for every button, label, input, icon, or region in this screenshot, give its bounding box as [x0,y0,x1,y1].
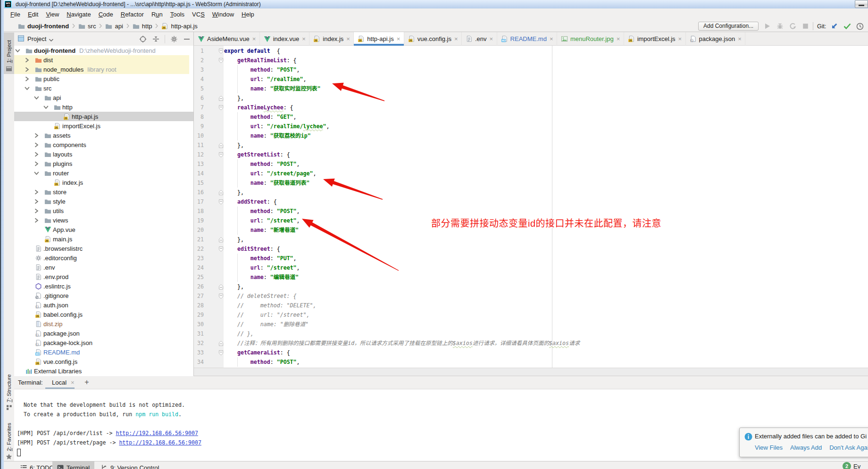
event-log-widget[interactable]: 2 Ev [843,462,860,469]
settings-gear-icon[interactable] [170,35,178,43]
tree-item-importexcel-js[interactable]: JSimportExcel.js [14,121,193,131]
fold-marker-open-icon[interactable] [218,103,224,112]
menu-code[interactable]: Code [95,8,117,21]
close-icon[interactable]: × [397,36,401,42]
stop-button[interactable] [801,23,809,30]
menu-refactor[interactable]: Refactor [117,8,148,21]
chevron-closed-icon[interactable] [33,217,39,223]
tree-item-readme-md[interactable]: MDREADME.md [14,347,193,357]
tree-item-public[interactable]: public [14,74,193,83]
coverage-button[interactable] [789,23,796,30]
stripe-button-7-structure[interactable]: 7: Structure [4,370,14,412]
notification-link-view-files[interactable]: View Files [755,444,783,451]
menu-view[interactable]: View [42,8,63,21]
fold-marker-end-icon[interactable] [218,282,224,291]
editor-tab-menurouter-jpg[interactable]: menuRouter.jpg× [557,32,624,46]
tree-item--env[interactable]: .env [14,263,193,272]
collapse-all-icon[interactable] [152,35,159,43]
tree-item-app-vue[interactable]: App.vue [14,225,193,234]
menu-edit[interactable]: Edit [24,8,42,21]
breadcrumb-item-http[interactable]: http [133,23,152,30]
tree-item-external-libraries[interactable]: External Libraries [14,366,193,376]
tree-item--eslintrc-js[interactable]: .eslintrc.js [14,281,193,291]
chevron-closed-icon[interactable] [33,189,39,195]
tree-item-style[interactable]: style [14,197,193,206]
fold-marker-open-icon[interactable] [218,348,224,357]
fold-marker-end-icon[interactable] [218,235,224,244]
chevron-open-icon[interactable] [15,48,20,53]
terminal-link[interactable]: http://192.168.66.56:9007 [116,430,198,436]
chevron-closed-icon[interactable] [33,161,39,166]
menu-window[interactable]: Window [209,8,238,21]
menu-tools[interactable]: Tools [167,8,188,21]
tree-item-assets[interactable]: assets [14,131,193,140]
editor-tab-importexcel-js[interactable]: JSimportExcel.js× [624,32,686,46]
terminal-tab-local[interactable]: Local × [45,376,75,389]
tree-item-package-json[interactable]: {}package.json [14,329,193,338]
status-item-terminal[interactable]: Terminal [52,461,94,469]
fold-marker-end-icon[interactable] [218,338,224,348]
minimize-button[interactable] [855,0,868,8]
close-icon[interactable]: × [617,36,621,42]
stripe-button-1-project[interactable]: 1: Project [4,33,14,74]
fold-marker-open-icon[interactable] [218,150,224,159]
editor-tab-http-api-js[interactable]: JShttp-api.js× [354,32,404,46]
project-panel-title[interactable]: Project [27,35,46,42]
tree-item-node_modules[interactable]: node_moduleslibrary root [14,65,193,74]
tree-item--gitignore[interactable]: .gitignore [14,291,193,300]
notification-link-don-t-ask-agai[interactable]: Don't Ask Agai [829,444,868,451]
tree-item-api[interactable]: api [14,93,193,102]
chevron-closed-icon[interactable] [33,151,39,157]
editor-tab-readme-md[interactable]: MDREADME.md× [497,32,557,46]
status-item-9-version-control[interactable]: 9: Version Control [96,461,164,469]
breadcrumb-item-src[interactable]: src [78,23,96,30]
notification-link-always-add[interactable]: Always Add [790,444,822,451]
fold-marker-open-icon[interactable] [218,197,224,206]
add-configuration-button[interactable]: Add Configuration... [698,22,759,31]
fold-marker-open-icon[interactable] [218,244,224,254]
run-button[interactable] [763,23,771,30]
locate-file-icon[interactable] [139,35,147,43]
tree-item--browserslistrc[interactable]: .browserslistrc [14,244,193,253]
editor-hscrollbar[interactable] [194,368,868,376]
fold-marker-open-icon[interactable] [218,291,224,301]
tree-item-dist-zip[interactable]: dist.zip [14,319,193,329]
close-icon[interactable]: × [71,379,75,386]
new-terminal-button[interactable]: + [82,376,92,389]
editor-tab-index-js[interactable]: JSindex.js× [309,32,354,46]
breadcrumb-item-duoji-frontend[interactable]: duoji-frontend [18,23,69,30]
fold-marker-open-icon[interactable] [218,46,224,56]
tree-item-plugins[interactable]: plugins [14,159,193,168]
tree-item-dist[interactable]: dist [14,55,193,65]
tree-item-components[interactable]: components [14,140,193,149]
menu-vcs[interactable]: VCS [188,8,209,21]
editor-tab-vue-config-js[interactable]: JSvue.config.js× [404,32,462,46]
tree-item-auth-json[interactable]: {}auth.json [14,300,193,310]
hide-panel-icon[interactable] [183,35,191,43]
tree-item-http[interactable]: http [14,102,193,112]
chevron-open-icon[interactable] [43,104,49,110]
close-icon[interactable]: × [252,36,257,42]
close-icon[interactable]: × [490,36,494,42]
tree-item-layouts[interactable]: layouts [14,149,193,159]
tree-item-package-lock-json[interactable]: {}package-lock.json [14,338,193,347]
fold-marker-open-icon[interactable] [218,56,224,65]
chevron-open-icon[interactable] [24,85,30,91]
close-icon[interactable]: × [346,36,351,42]
tree-item--editorconfig[interactable]: .editorconfig [14,253,193,263]
chevron-open-icon[interactable] [33,95,39,100]
git-commit-button[interactable] [843,23,851,30]
tree-item-http-api-js[interactable]: JShttp-api.js [14,112,193,121]
editor-tab-index-vue[interactable]: index.vue× [260,32,310,46]
editor-tab--env[interactable]: .env× [462,32,497,46]
chevron-closed-icon[interactable] [33,142,39,148]
close-icon[interactable]: × [302,36,306,42]
close-icon[interactable]: × [550,36,554,42]
close-icon[interactable]: × [738,36,742,42]
chevron-closed-icon[interactable] [24,66,30,72]
tree-item-babel-config-js[interactable]: JSbabel.config.js [14,310,193,319]
fold-marker-end-icon[interactable] [218,93,224,103]
editor-tab-asidemenu-vue[interactable]: AsideMenu.vue× [194,32,260,46]
tree-item-store[interactable]: store [14,187,193,197]
close-icon[interactable]: × [454,36,459,42]
